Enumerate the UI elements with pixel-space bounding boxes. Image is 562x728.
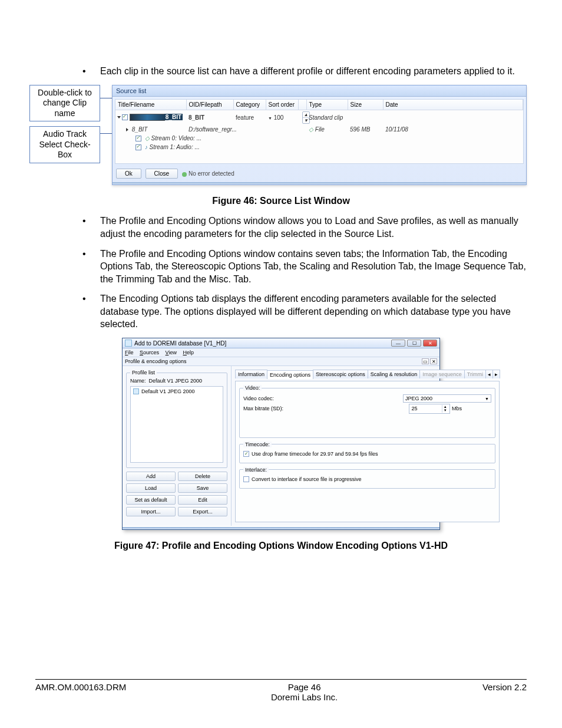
bullet-item: The Encoding Options tab displays the di… [82, 292, 527, 331]
panel-header: Profile & encoding options ▭ ✕ [123, 357, 439, 366]
name-label: Name: [130, 378, 146, 384]
clip-row-1[interactable]: 8_BIT 8_BIT feature ▼ 100 ▴▾ Standard cl… [115, 110, 523, 125]
bullet-item: Each clip in the source list can have a … [82, 65, 527, 78]
col-date[interactable]: Date [383, 100, 523, 110]
tab-trimming[interactable]: Trimmi [464, 370, 486, 378]
expand-icon[interactable] [117, 116, 121, 118]
set-default-button[interactable]: Set as default [126, 495, 176, 505]
bitrate-unit: Mbs [452, 406, 462, 411]
video-legend: Video: [243, 385, 262, 391]
maximize-button[interactable]: ☐ [407, 340, 421, 347]
menu-sources[interactable]: Sources [140, 350, 159, 355]
clip-thumbnail [130, 114, 165, 121]
add-button[interactable]: Add [126, 472, 176, 481]
footer-company: Doremi Labs Inc. [271, 692, 338, 702]
encoding-tab-pane: Video: Video codec: JPEG 2000▼ Max bitra… [235, 381, 500, 522]
footer-left: AMR.OM.000163.DRM [35, 682, 126, 702]
source-list-window: Source list Title/Filename OID/Filepath … [112, 85, 527, 186]
select-checkbox[interactable] [122, 114, 128, 120]
clip-name[interactable]: 8_BIT [164, 114, 183, 120]
menu-file[interactable]: File [125, 350, 134, 355]
titlebar[interactable]: Add to DOREMI database [V1_HD] — ☐ ✕ [123, 338, 439, 348]
codec-select[interactable]: JPEG 2000▼ [403, 394, 491, 403]
col-sortorder[interactable]: Sort order [266, 100, 298, 110]
col-spin [298, 100, 306, 110]
bitrate-input[interactable]: 25 ▴▾ [409, 404, 450, 414]
profile-item[interactable]: Default V1 JPEG 2000 [133, 388, 220, 394]
col-title[interactable]: Title/Filename [115, 100, 186, 110]
column-header-row: Title/Filename OID/Filepath Category Sor… [115, 100, 523, 110]
tab-encoding[interactable]: Encoding options [267, 370, 313, 379]
timecode-fieldset: Timecode: ✓ Use drop frame timecode for … [239, 442, 495, 463]
profile-list-fieldset: Profile list Name: Default V1 JPEG 2000 … [126, 370, 227, 468]
bullets-top: Each clip in the source list can have a … [82, 65, 527, 78]
codec-label: Video codec: [243, 396, 299, 401]
source-list-title: Source list [113, 85, 526, 97]
export-button[interactable]: Export... [178, 507, 227, 516]
col-oid[interactable]: OID/Filepath [186, 100, 233, 110]
timecode-check-label: Use drop frame timecode for 29.97 and 59… [252, 451, 378, 457]
delete-button[interactable]: Delete [178, 472, 227, 481]
close-button[interactable]: ✕ [423, 340, 437, 347]
status-ok-icon [182, 172, 187, 177]
tab-scaling[interactable]: Scaling & resolution [368, 370, 421, 378]
stream-checkbox[interactable] [135, 136, 141, 141]
profile-list-legend: Profile list [130, 370, 157, 375]
window-title: Add to DOREMI database [V1_HD] [134, 340, 389, 347]
figure-47-caption: Figure 47: Profile and Encoding Options … [35, 541, 527, 551]
interlace-fieldset: Interlace: ✓ Convert to interlace if sou… [239, 467, 495, 489]
menubar[interactable]: File Sources View Help [123, 348, 439, 357]
document-icon [133, 388, 139, 394]
bullet-item: The Profile and Encoding Options window … [82, 248, 527, 286]
interlace-checkbox[interactable]: ✓ [243, 476, 249, 482]
minimize-button[interactable]: — [391, 340, 405, 347]
figure-46-area: Double-click to change Clip name Audio T… [29, 85, 527, 186]
tab-imageseq[interactable]: Image sequence [419, 370, 465, 378]
figure-47-area: Add to DOREMI database [V1_HD] — ☐ ✕ Fil… [35, 338, 527, 530]
load-button[interactable]: Load [126, 483, 176, 493]
status-text: No error detected [189, 170, 234, 177]
name-value: Default V1 JPEG 2000 [149, 378, 203, 384]
tab-stereo[interactable]: Stereoscopic options [313, 370, 368, 378]
annotation-audiotrack: Audio Track Select Check-Box [29, 126, 100, 163]
timecode-legend: Timecode: [243, 442, 272, 447]
profile-window: Add to DOREMI database [V1_HD] — ☐ ✕ Fil… [122, 338, 440, 530]
import-button[interactable]: Import... [126, 507, 176, 516]
interlace-check-label: Convert to interlace if source file is p… [252, 476, 362, 482]
annotation-clipname: Double-click to change Clip name [29, 85, 100, 122]
interlace-legend: Interlace: [243, 467, 269, 473]
expand-icon[interactable] [126, 128, 128, 131]
stream-video-row[interactable]: ◇ Stream 0: Video: ... [115, 134, 523, 143]
stepper-icon[interactable]: ▴▾ [442, 405, 448, 413]
page-footer: AMR.OM.000163.DRM Page 46 Doremi Labs In… [35, 679, 527, 702]
chevron-down-icon: ▼ [485, 397, 489, 401]
close-button[interactable]: Close [146, 169, 178, 179]
footer-right: Version 2.2 [482, 682, 527, 702]
tab-row: Information Encoding options Stereoscopi… [235, 370, 500, 378]
tab-scroll-right[interactable]: ▸ [492, 370, 500, 378]
app-icon [125, 340, 132, 347]
video-fieldset: Video: Video codec: JPEG 2000▼ Max bitra… [239, 385, 495, 438]
menu-help[interactable]: Help [183, 350, 194, 355]
clip-row-2[interactable]: 8_BIT D:/software_regr... ◇ File 596 MB … [115, 125, 523, 134]
footer-page: Page 46 [271, 682, 338, 692]
edit-button[interactable]: Edit [178, 495, 227, 505]
tab-information[interactable]: Information [235, 370, 267, 378]
ok-button[interactable]: Ok [116, 169, 141, 179]
panel-header-label: Profile & encoding options [125, 358, 187, 364]
bullet-item: The Profile and Encoding Options window … [82, 215, 527, 240]
bitrate-label: Max bitrate (SD): [243, 406, 299, 411]
stream-checkbox[interactable] [135, 144, 141, 150]
col-size[interactable]: Size [348, 100, 383, 110]
profile-list[interactable]: Default V1 JPEG 2000 [130, 386, 223, 463]
stream-audio-row[interactable]: ♪ Stream 1: Audio: ... [115, 143, 523, 151]
col-type[interactable]: Type [306, 100, 348, 110]
save-button[interactable]: Save [178, 483, 227, 493]
bullets-middle: The Profile and Encoding Options window … [82, 215, 527, 331]
close-panel-button[interactable]: ✕ [430, 358, 437, 364]
timecode-checkbox[interactable]: ✓ [243, 451, 249, 457]
figure-46-caption: Figure 46: Source List Window [35, 196, 527, 206]
col-category[interactable]: Category [233, 100, 266, 110]
menu-view[interactable]: View [166, 350, 177, 355]
float-button[interactable]: ▭ [422, 358, 429, 364]
